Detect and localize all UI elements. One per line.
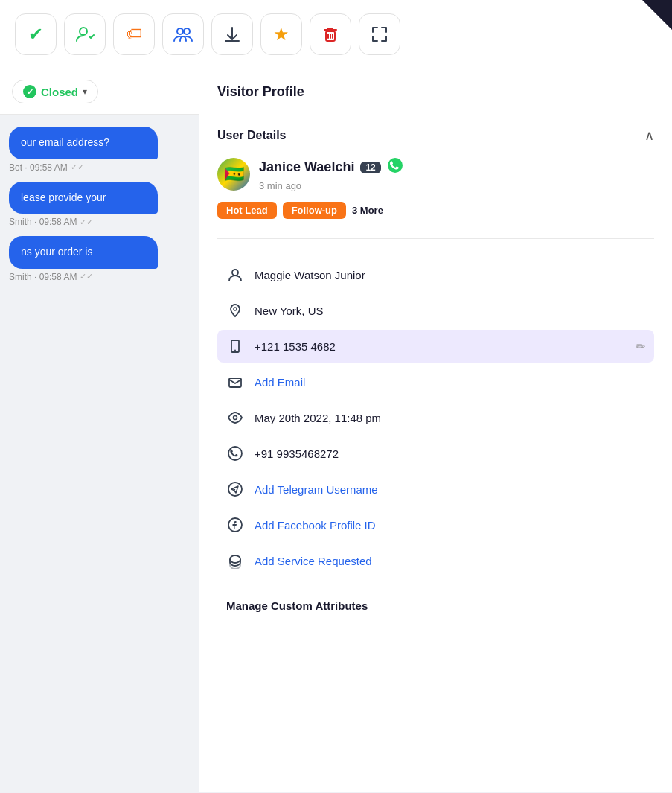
check-icon: ✓✓	[80, 217, 93, 227]
message-meta: Smith · 09:58 AM ✓✓	[9, 272, 190, 282]
visitor-profile-title: Visitor Profile	[217, 84, 304, 99]
service-icon	[226, 552, 244, 570]
email-value[interactable]: Add Email	[255, 376, 645, 389]
whatsapp-icon	[387, 157, 403, 177]
status-badge[interactable]: ✔ Closed ▾	[12, 80, 98, 103]
user-name: Janice Waelchi	[259, 159, 354, 175]
field-row-phone: +121 1535 4682 ✏	[217, 330, 654, 363]
location-value: New York, US	[255, 305, 645, 317]
divider	[217, 238, 654, 239]
telegram-icon	[226, 480, 244, 498]
section-title: User Details	[217, 129, 287, 142]
user-name-line: Janice Waelchi 12	[259, 157, 403, 177]
svg-point-6	[234, 308, 237, 310]
user-info-card: 🇸🇹 Janice Waelchi 12	[217, 157, 654, 613]
service-value[interactable]: Add Service Requested	[255, 555, 645, 567]
manage-custom-link[interactable]: Manage Custom Attributes	[226, 599, 368, 612]
user-name-row: 🇸🇹 Janice Waelchi 12	[217, 157, 654, 191]
more-tags-label[interactable]: 3 More	[352, 205, 383, 216]
tags-row: Hot Lead Follow-up 3 More	[217, 202, 654, 219]
list-item: ns your order is Smith · 09:58 AM ✓✓	[9, 236, 190, 282]
svg-point-1	[177, 28, 183, 34]
message-text: lease provide your	[21, 191, 106, 203]
status-dot-icon: ✔	[23, 85, 36, 98]
whatsapp-value: +91 9935468272	[255, 448, 645, 460]
svg-point-5	[232, 270, 238, 276]
assign-agent-button[interactable]	[64, 13, 106, 55]
status-text: Closed	[41, 86, 78, 98]
field-row-name: Maggie Watson Junior	[217, 258, 654, 291]
avatar: 🇸🇹	[217, 158, 250, 191]
name-value: Maggie Watson Junior	[255, 269, 645, 281]
email-icon	[226, 373, 244, 391]
collapse-button[interactable]: ∧	[644, 127, 654, 144]
message-text: our email address?	[21, 136, 109, 148]
sender-label: Bot · 09:58 AM	[9, 162, 68, 173]
message-text: ns your order is	[21, 246, 92, 258]
download-button[interactable]	[211, 13, 253, 55]
user-name-info: Janice Waelchi 12 3 min ago	[259, 157, 403, 191]
star-button[interactable]: ★	[260, 13, 302, 55]
section-header: User Details ∧	[217, 127, 654, 144]
facebook-icon	[226, 516, 244, 534]
expand-button[interactable]	[359, 13, 400, 55]
facebook-value[interactable]: Add Facebook Profile ID	[255, 519, 645, 532]
check-icon: ✓✓	[71, 162, 84, 172]
message-bubble: ns your order is	[9, 236, 158, 269]
conversation-count: 12	[360, 162, 380, 173]
visitor-profile-header: Visitor Profile	[199, 69, 672, 112]
svg-point-7	[234, 350, 236, 351]
svg-point-2	[184, 28, 190, 34]
message-bubble: lease provide your	[9, 182, 158, 214]
hot-lead-tag: Hot Lead	[217, 202, 277, 219]
status-bar: ✔ Closed ▾	[0, 69, 199, 115]
sender-label: Smith · 09:58 AM	[9, 272, 77, 282]
phone-icon	[226, 337, 244, 355]
message-meta: Bot · 09:58 AM ✓✓	[9, 162, 190, 173]
person-icon	[226, 266, 244, 284]
manage-custom-attributes: Manage Custom Attributes	[217, 599, 654, 613]
left-panel: ✔ Closed ▾ our email address? Bot · 09:5…	[0, 69, 199, 792]
message-meta: Smith · 09:58 AM ✓✓	[9, 217, 190, 227]
message-bubble: our email address?	[9, 127, 158, 159]
check-icon: ✓✓	[80, 272, 93, 281]
assign-team-button[interactable]	[162, 13, 204, 55]
main-layout: ✔ Closed ▾ our email address? Bot · 09:5…	[0, 69, 672, 792]
field-row-whatsapp: +91 9935468272	[217, 437, 654, 470]
whatsapp-field-icon	[226, 445, 244, 462]
phone-value: +121 1535 4682	[255, 340, 625, 353]
field-row-last-seen: May 20th 2022, 11:48 pm	[217, 401, 654, 434]
field-row-location: New York, US	[217, 294, 654, 327]
svg-point-9	[234, 416, 237, 420]
sender-label: Smith · 09:58 AM	[9, 217, 77, 227]
resolve-button[interactable]: ✔	[15, 13, 57, 55]
follow-up-tag: Follow-up	[283, 202, 346, 219]
last-seen-value: May 20th 2022, 11:48 pm	[255, 412, 645, 424]
field-row-telegram: Add Telegram Username	[217, 473, 654, 506]
right-panel: Visitor Profile User Details ∧ 🇸🇹 Janice…	[199, 69, 672, 792]
label-button[interactable]: 🏷	[113, 13, 155, 55]
field-row-facebook: Add Facebook Profile ID	[217, 509, 654, 541]
svg-point-11	[228, 483, 242, 496]
user-details-section: User Details ∧ 🇸🇹 Janice Waelchi 12	[199, 112, 672, 628]
chat-area: our email address? Bot · 09:58 AM ✓✓ lea…	[0, 115, 199, 792]
toolbar: ✔ 🏷 ★	[0, 0, 672, 69]
eye-icon	[226, 409, 244, 427]
svg-point-13	[230, 555, 240, 563]
location-icon	[226, 302, 244, 319]
svg-point-0	[80, 28, 87, 35]
chevron-down-icon: ▾	[83, 86, 87, 97]
edit-phone-button[interactable]: ✏	[636, 340, 645, 354]
field-row-service: Add Service Requested	[217, 544, 654, 577]
list-item: lease provide your Smith · 09:58 AM ✓✓	[9, 182, 190, 228]
delete-button[interactable]	[310, 13, 351, 55]
list-item: our email address? Bot · 09:58 AM ✓✓	[9, 127, 190, 173]
field-row-email: Add Email	[217, 366, 654, 398]
time-ago: 3 min ago	[259, 180, 403, 191]
svg-point-10	[228, 447, 242, 460]
svg-point-4	[388, 158, 403, 173]
telegram-value[interactable]: Add Telegram Username	[255, 483, 645, 496]
profile-fields: Maggie Watson Junior New York, US	[217, 258, 654, 577]
